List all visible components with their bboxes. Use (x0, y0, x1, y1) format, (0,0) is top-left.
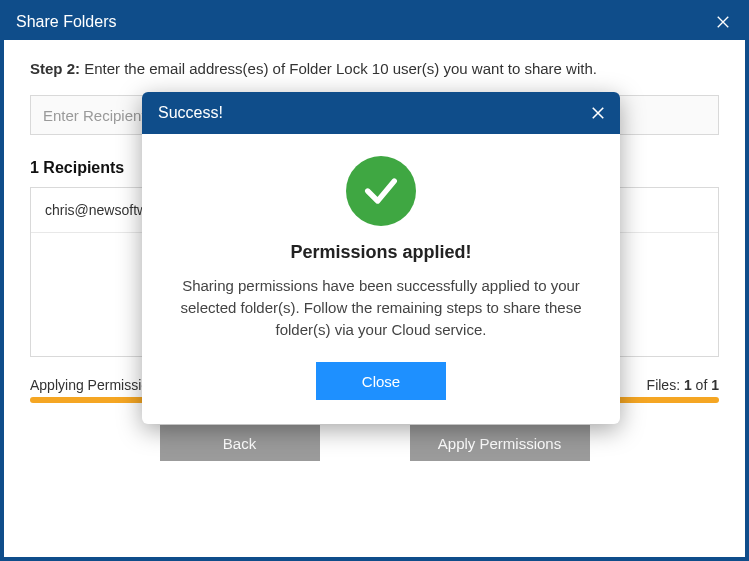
success-modal: Success! Permissions applied! Sharing pe… (142, 92, 620, 424)
file-counter: Files: 1 of 1 (647, 377, 719, 393)
back-button[interactable]: Back (160, 425, 320, 461)
share-folders-window: Share Folders Step 2: Enter the email ad… (0, 0, 749, 561)
modal-header-title: Success! (158, 104, 223, 122)
footer-buttons: Back Apply Permissions (30, 425, 719, 461)
modal-body: Permissions applied! Sharing permissions… (142, 134, 620, 424)
checkmark-icon (346, 156, 416, 226)
modal-text: Sharing permissions have been successful… (172, 275, 590, 340)
step-text: Enter the email address(es) of Folder Lo… (84, 60, 597, 77)
modal-header: Success! (142, 92, 620, 134)
apply-permissions-button[interactable]: Apply Permissions (410, 425, 590, 461)
titlebar: Share Folders (4, 4, 745, 40)
close-icon[interactable] (701, 4, 745, 40)
step-instruction: Step 2: Enter the email address(es) of F… (30, 60, 719, 77)
close-icon[interactable] (586, 101, 610, 125)
close-button[interactable]: Close (316, 362, 446, 400)
modal-title: Permissions applied! (172, 242, 590, 263)
window-title: Share Folders (16, 13, 117, 31)
step-label: Step 2: (30, 60, 80, 77)
